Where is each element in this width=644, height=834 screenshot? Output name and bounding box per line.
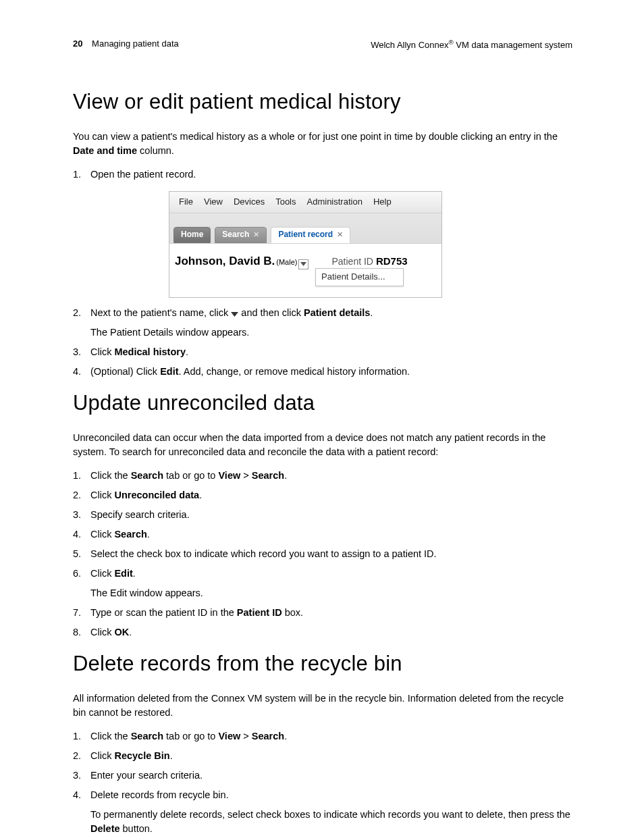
patient-name: Johnson, David B. [175,253,275,270]
s3-step-1: 1. Click the Search tab or go to View > … [73,729,572,744]
s2-step-5: 5. Select the check box to indicate whic… [73,547,572,561]
patient-dropdown-button[interactable] [298,259,308,269]
product-suffix: VM data management system [454,40,572,50]
tabstrip: Home Search ✕ Patient record ✕ [169,213,441,243]
tab-home[interactable]: Home [173,227,211,243]
menubar: File View Devices Tools Administration H… [169,192,441,213]
s1-step-1: 1. Open the patient record. [73,167,572,182]
s3-step-3: 3. Enter your search criteria. [73,768,572,783]
menu-tools[interactable]: Tools [270,194,301,210]
menu-view[interactable]: View [198,194,228,210]
s2-step-4: 4. Click Search. [73,527,572,542]
chevron-down-icon [300,262,306,266]
s2-step-8: 8. Click OK. [73,625,572,640]
menu-file[interactable]: File [173,194,198,210]
tab-search[interactable]: Search ✕ [215,227,267,243]
chapter-title: Managing patient data [92,38,179,49]
patient-record-panel: Johnson, David B. (Male) Patient ID RD75… [169,243,441,297]
registered-mark: ® [449,38,454,46]
section-heading-unreconciled: Update unreconciled data [73,388,572,419]
s1-intro: You can view a patient's medical history… [73,130,572,158]
page-number: 20 [73,38,82,49]
menu-devices[interactable]: Devices [228,194,270,210]
s2-step-3: 3. Specify search criteria. [73,508,572,522]
header-left: 20 Managing patient data [73,38,179,52]
patient-details-menu-item[interactable]: Patient Details... [315,268,404,286]
page-header: 20 Managing patient data Welch Allyn Con… [73,38,572,52]
header-right: Welch Allyn Connex® VM data management s… [371,38,572,52]
close-icon[interactable]: ✕ [337,230,343,240]
patient-gender: (Male) [276,257,297,268]
svg-marker-0 [300,262,306,266]
s2-step-6: 6. Click Edit. The Edit window appears. [73,567,572,600]
s1-step-3: 3. Click Medical history. [73,345,572,359]
menu-help[interactable]: Help [368,194,397,210]
s1-step-4: 4. (Optional) Click Edit. Add, change, o… [73,365,572,379]
tab-patient-record[interactable]: Patient record ✕ [271,227,350,243]
product-prefix: Welch Allyn Connex [371,40,448,50]
close-icon[interactable]: ✕ [253,230,259,240]
patient-id-label: Patient ID [331,255,373,268]
s1-step-2: 2. Next to the patient's name, click and… [73,306,572,340]
patient-id-value: RD753 [376,254,408,269]
clipped-text [184,288,186,297]
s2-step-1: 1. Click the Search tab or go to View > … [73,469,572,483]
svg-marker-1 [231,312,238,317]
s3-step-4: 4. Delete records from recycle bin. To p… [73,788,572,834]
embedded-screenshot: File View Devices Tools Administration H… [169,191,442,298]
menu-administration[interactable]: Administration [302,194,368,210]
chevron-down-icon [231,307,238,321]
s3-step-2: 2. Click Recycle Bin. [73,749,572,763]
s2-step-2: 2. Click Unreconciled data. [73,488,572,502]
section-heading-view-edit: View or edit patient medical history [73,87,572,118]
s2-step-7: 7. Type or scan the patient ID in the Pa… [73,606,572,620]
section-heading-recycle-bin: Delete records from the recycle bin [73,649,572,679]
s3-intro: All information deleted from the Connex … [73,692,572,720]
s2-intro: Unreconciled data can occur when the dat… [73,431,572,459]
